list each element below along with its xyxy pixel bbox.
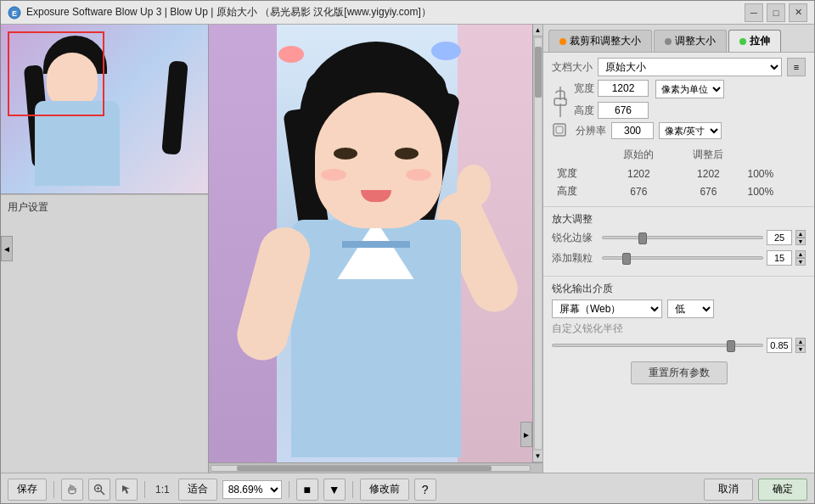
add-grain-value: 15 bbox=[767, 250, 792, 266]
res-unit-select[interactable]: 像素/英寸 bbox=[659, 122, 722, 139]
info-width-pct: 100% bbox=[744, 165, 804, 182]
info-header-adj: 调整后 bbox=[674, 146, 742, 164]
titlebar: E Exposure Software Blow Up 3 | Blow Up … bbox=[1, 1, 814, 25]
ok-button[interactable]: 确定 bbox=[758, 479, 807, 501]
tab-crop-resize[interactable]: 裁剪和调整大小 bbox=[548, 30, 652, 52]
sharpen-edges-value: 25 bbox=[767, 230, 792, 245]
svg-line-6 bbox=[101, 490, 105, 495]
svg-text:E: E bbox=[12, 9, 17, 18]
custom-radius-label: 自定义锐化半径 bbox=[552, 322, 806, 336]
close-button[interactable]: ✕ bbox=[789, 3, 807, 22]
info-width-row: 宽度 1202 1202 100% bbox=[554, 165, 804, 182]
tab-dot-gray bbox=[665, 38, 672, 45]
tabs-row: 裁剪和调整大小 调整大小 拉伸 bbox=[543, 25, 814, 53]
res-icon bbox=[552, 122, 569, 139]
height-input[interactable] bbox=[598, 102, 649, 119]
link-icon bbox=[552, 83, 569, 100]
height-row: 高度 bbox=[574, 102, 649, 119]
res-input[interactable] bbox=[611, 122, 654, 139]
res-label: 分辨率 bbox=[576, 124, 606, 138]
before-button[interactable]: 修改前 bbox=[360, 479, 409, 501]
arrow-tool-button[interactable] bbox=[115, 479, 138, 501]
sharpen-medium-select[interactable]: 屏幕（Web） bbox=[552, 300, 662, 318]
scroll-up-button[interactable]: ▲ bbox=[533, 25, 543, 36]
girl-shirt-stripe bbox=[342, 241, 410, 248]
sharpen-edges-thumb[interactable] bbox=[638, 232, 647, 244]
sharpen-edges-down[interactable]: ▼ bbox=[795, 238, 806, 245]
save-button[interactable]: 保存 bbox=[8, 479, 47, 501]
window-title: Exposure Software Blow Up 3 | Blow Up | … bbox=[26, 5, 431, 20]
left-arrow-button[interactable]: ◄ bbox=[1, 236, 13, 261]
doc-size-label: 文档大小 bbox=[552, 60, 593, 75]
add-grain-up[interactable]: ▲ bbox=[795, 250, 806, 258]
hand-tool-button[interactable] bbox=[61, 479, 83, 501]
scroll-v-track bbox=[534, 37, 542, 450]
tab-crop-label: 裁剪和调整大小 bbox=[570, 34, 641, 48]
right-panel: 裁剪和调整大小 调整大小 拉伸 文档大小 原始大小 ≡ bbox=[542, 25, 814, 473]
info-header-blank bbox=[554, 146, 603, 164]
horizontal-scrollbar[interactable] bbox=[209, 462, 542, 473]
girl-eye-left bbox=[334, 148, 357, 160]
info-header-orig: 原始的 bbox=[604, 146, 672, 164]
separator-2 bbox=[144, 481, 145, 498]
doc-size-select[interactable]: 原始大小 bbox=[598, 58, 782, 76]
sharpen-edges-track[interactable] bbox=[602, 236, 763, 239]
info-height-label: 高度 bbox=[554, 183, 603, 199]
black-square-button[interactable]: ■ bbox=[296, 479, 318, 501]
separator-4 bbox=[352, 481, 353, 498]
doc-size-row: 文档大小 原始大小 ≡ bbox=[552, 58, 806, 76]
doc-size-section: 文档大小 原始大小 ≡ bbox=[543, 53, 814, 207]
vertical-scrollbar[interactable]: ▲ ▼ bbox=[532, 25, 542, 462]
sharpen-edges-up[interactable]: ▲ bbox=[795, 230, 806, 238]
reset-all-button[interactable]: 重置所有参数 bbox=[631, 361, 728, 384]
girl-face bbox=[315, 92, 442, 228]
custom-radius-track[interactable] bbox=[552, 344, 763, 347]
right-arrow-button[interactable]: ► bbox=[520, 422, 532, 447]
custom-radius-thumb[interactable] bbox=[727, 340, 735, 352]
dimensions-area: 宽度 高度 像素为单位 bbox=[552, 80, 806, 119]
add-grain-thumb[interactable] bbox=[622, 253, 631, 265]
girl-blush-right bbox=[406, 169, 431, 181]
info-width-orig: 1202 bbox=[604, 165, 672, 182]
add-grain-track[interactable] bbox=[602, 256, 763, 260]
info-header-row: 原始的 调整后 bbox=[554, 146, 804, 164]
width-input[interactable] bbox=[598, 80, 649, 97]
sharpen-output-row: 屏幕（Web） 低 bbox=[552, 300, 806, 318]
scroll-down-button[interactable]: ▼ bbox=[533, 451, 543, 462]
sharpen-output-section: 锐化输出介质 屏幕（Web） 低 自定义锐化半径 0.85 bbox=[543, 277, 814, 393]
help-button[interactable]: ? bbox=[414, 479, 436, 501]
girl-bow-left bbox=[278, 46, 304, 63]
tab-dot-green bbox=[739, 38, 746, 45]
dropdown-button[interactable]: ▼ bbox=[323, 479, 346, 501]
scroll-h-thumb[interactable] bbox=[237, 466, 492, 471]
sharpen-level-select[interactable]: 低 bbox=[667, 300, 714, 318]
svg-rect-3 bbox=[554, 124, 565, 136]
width-label: 宽度 bbox=[574, 81, 594, 96]
cancel-button[interactable]: 取消 bbox=[704, 479, 753, 501]
custom-radius-down[interactable]: ▼ bbox=[795, 345, 806, 353]
info-height-orig: 676 bbox=[604, 183, 672, 199]
bottom-toolbar: 保存 1:1 适合 88.69% ■ ▼ bbox=[1, 473, 814, 504]
info-width-label: 宽度 bbox=[554, 165, 603, 182]
minimize-button[interactable]: ─ bbox=[745, 3, 763, 22]
window-controls: ─ □ ✕ bbox=[745, 3, 807, 22]
custom-radius-up[interactable]: ▲ bbox=[795, 338, 806, 345]
tab-resize[interactable]: 调整大小 bbox=[654, 30, 727, 52]
sharpen-edges-spinners: ▲ ▼ bbox=[795, 230, 806, 245]
info-height-pct: 100% bbox=[744, 183, 804, 199]
maximize-button[interactable]: □ bbox=[767, 3, 785, 22]
scroll-v-thumb[interactable] bbox=[535, 47, 542, 98]
wh-labels: 宽度 高度 bbox=[574, 80, 649, 119]
add-grain-down[interactable]: ▼ bbox=[795, 258, 806, 266]
zoom-select[interactable]: 88.69% bbox=[222, 480, 282, 499]
add-grain-row: 添加颗粒 15 ▲ ▼ bbox=[552, 250, 806, 266]
settings-icon-button[interactable]: ≡ bbox=[787, 58, 806, 76]
sharpen-edges-label: 锐化边缘 bbox=[552, 231, 599, 245]
tab-stretch[interactable]: 拉伸 bbox=[728, 30, 781, 52]
lock-icon-area bbox=[552, 83, 569, 100]
sharpen-edges-row: 锐化边缘 25 ▲ ▼ bbox=[552, 230, 806, 245]
zoom-tool-button[interactable] bbox=[88, 479, 110, 501]
center-preview[interactable]: ▲ ▼ ► bbox=[209, 25, 542, 473]
pixel-unit-select[interactable]: 像素为单位 bbox=[655, 80, 724, 98]
fit-button[interactable]: 适合 bbox=[178, 479, 217, 501]
